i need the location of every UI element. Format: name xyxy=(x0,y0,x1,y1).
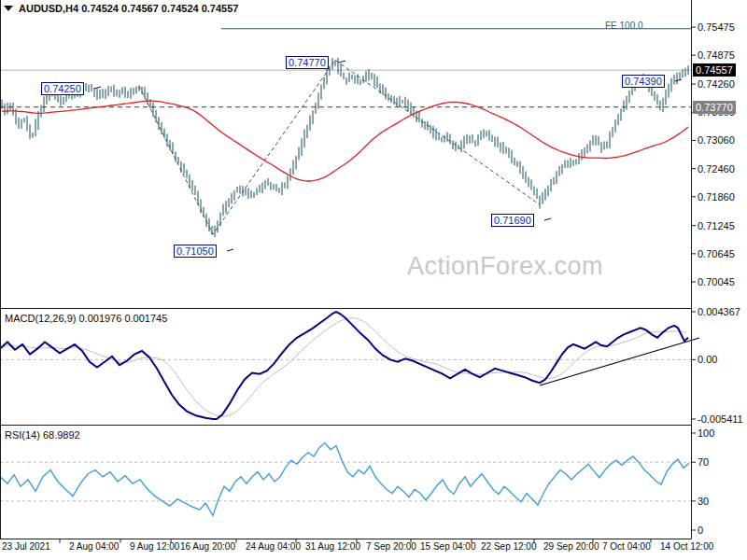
price-axis-tick: 0.70045 xyxy=(698,276,735,287)
axis-price-flag: 0.73770 xyxy=(693,101,736,114)
axis-price-flag: 0.74557 xyxy=(693,63,736,77)
price-axis-tick: 0.71245 xyxy=(698,220,735,231)
time-axis-label: 7 Sep 20:00 xyxy=(366,541,416,552)
rsi-axis-tick: 100 xyxy=(698,427,714,439)
price-axis-tick: 0.73060 xyxy=(698,134,735,146)
price-axis-tick: 0.71860 xyxy=(698,191,735,203)
price-level-tag[interactable]: 0.74250 xyxy=(41,82,84,95)
rsi-axis-tick: 0 xyxy=(698,525,703,536)
time-axis-label: 29 Sep 20:00 xyxy=(543,541,599,552)
macd-axis-tick: 0.00 xyxy=(698,354,717,365)
actionforex-watermark: ActionForex.com xyxy=(407,252,603,281)
rsi-axis-tick: 70 xyxy=(698,456,709,468)
time-axis-label: 2 Aug 04:00 xyxy=(69,541,119,552)
price-level-tag[interactable]: 0.74770 xyxy=(286,56,329,69)
symbol-ohlc-text: AUDUSD,H4 0.74524 0.74567 0.74524 0.7455… xyxy=(19,3,238,14)
time-axis-label: 31 Aug 12:00 xyxy=(305,541,360,552)
time-axis-label: 16 Aug 20:00 xyxy=(180,541,235,552)
symbol-title-bar: AUDUSD,H4 0.74524 0.74567 0.74524 0.7455… xyxy=(4,3,238,14)
price-axis-tick: 0.72460 xyxy=(698,163,735,175)
macd-axis-tick: 0.004367 xyxy=(698,306,740,317)
chart-window: AUDUSD,H4 0.74524 0.74567 0.74524 0.7455… xyxy=(0,0,747,560)
time-axis-label: 23 Jul 2021 xyxy=(2,541,50,552)
fib-expansion-label[interactable]: FE 100.0 xyxy=(605,21,643,31)
rsi-indicator-label: RSI(14) 68.9892 xyxy=(5,429,80,441)
time-axis-label: 22 Sep 12:00 xyxy=(481,541,537,552)
rsi-axis-tick: 30 xyxy=(698,496,709,507)
price-axis-tick: 0.70645 xyxy=(698,248,735,259)
time-axis-label: 24 Aug 04:00 xyxy=(246,541,301,552)
time-axis-label: 15 Sep 04:00 xyxy=(420,541,476,552)
macd-indicator-label: MACD(12,26,9) 0.001976 0.001745 xyxy=(5,313,167,324)
price-axis-tick: 0.74260 xyxy=(698,78,735,90)
time-axis-label: 7 Oct 04:00 xyxy=(602,541,651,552)
price-level-tag[interactable]: 0.74390 xyxy=(622,75,665,88)
price-level-tag[interactable]: 0.71690 xyxy=(491,214,534,227)
symbol-dropdown-icon[interactable] xyxy=(4,6,13,11)
price-axis-tick: 0.74875 xyxy=(698,49,735,61)
price-level-tag[interactable]: 0.71050 xyxy=(174,245,217,258)
time-axis-label: 9 Aug 12:00 xyxy=(130,541,179,552)
macd-axis-tick: -0.005411 xyxy=(698,413,743,425)
price-axis-tick: 0.75475 xyxy=(698,21,735,33)
time-axis-label: 14 Oct 12:00 xyxy=(660,541,713,552)
